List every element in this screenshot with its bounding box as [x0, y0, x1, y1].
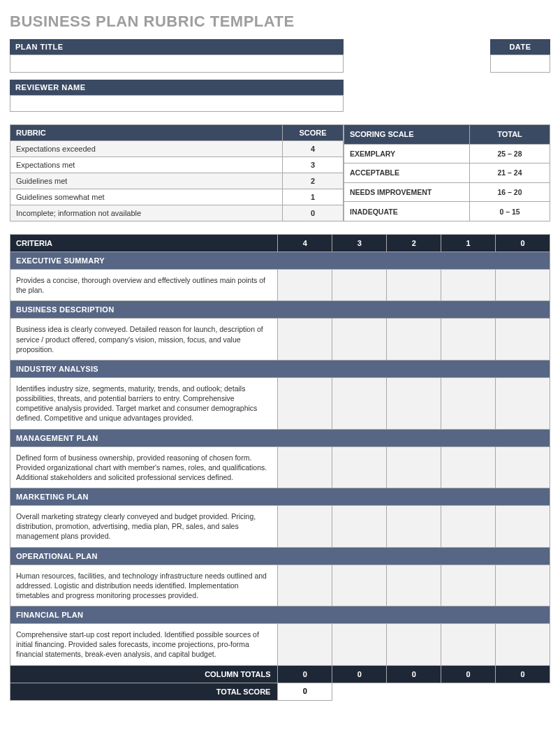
- table-row: Guidelines met2: [10, 173, 344, 189]
- table-row: INADEQUATE0 – 15: [344, 202, 550, 221]
- section-title: FINANCIAL PLAN: [10, 606, 550, 624]
- score-cell[interactable]: [441, 506, 496, 548]
- score-cell[interactable]: [387, 565, 441, 606]
- table-row: Expectations met3: [10, 157, 344, 173]
- section-title: BUSINESS DESCRIPTION: [10, 301, 550, 319]
- score-cell[interactable]: [441, 319, 496, 361]
- score-cell[interactable]: [332, 377, 387, 429]
- table-row: EXEMPLARY25 – 28: [344, 144, 550, 163]
- reviewer-input[interactable]: [10, 95, 344, 112]
- score-cell[interactable]: [278, 319, 332, 361]
- score-cell[interactable]: [496, 319, 550, 361]
- score-cell[interactable]: [332, 319, 387, 361]
- criteria-desc: Provides a concise, thorough overview an…: [10, 270, 278, 301]
- table-row: Expectations exceeded4: [10, 141, 344, 157]
- score-cell[interactable]: [441, 565, 496, 606]
- score-header: SCORE: [283, 125, 344, 141]
- plan-title-input[interactable]: [10, 54, 344, 73]
- score-cell[interactable]: [441, 446, 496, 488]
- score-cell[interactable]: [496, 565, 550, 606]
- score-cell[interactable]: [332, 565, 387, 606]
- score-cell[interactable]: [278, 377, 332, 429]
- score-cell[interactable]: [496, 624, 550, 666]
- scale-header: SCORING SCALE: [344, 125, 470, 145]
- score-cell[interactable]: [387, 270, 441, 301]
- score-cell[interactable]: [441, 270, 496, 301]
- score-cell[interactable]: [332, 270, 387, 301]
- score-cell[interactable]: [278, 446, 332, 488]
- table-row: ACCEPTABLE21 – 24: [344, 163, 550, 183]
- score-cell[interactable]: [441, 377, 496, 429]
- score-cell[interactable]: [441, 624, 496, 666]
- table-row: Guidelines somewhat met1: [10, 189, 344, 205]
- table-row: NEEDS IMPROVEMENT16 – 20: [344, 182, 550, 202]
- total-header: TOTAL: [470, 125, 550, 145]
- score-cell[interactable]: [278, 506, 332, 548]
- criteria-desc: Defined form of business ownership, prov…: [10, 446, 278, 488]
- column-totals-label: COLUMN TOTALS: [10, 665, 278, 683]
- criteria-desc: Business idea is clearly conveyed. Detai…: [10, 319, 278, 361]
- score-cell[interactable]: [496, 377, 550, 429]
- plan-title-label: PLAN TITLE: [10, 39, 344, 54]
- scoring-scale-table: SCORING SCALE TOTAL EXEMPLARY25 – 28 ACC…: [344, 124, 550, 221]
- section-title: MANAGEMENT PLAN: [10, 429, 550, 446]
- section-title: MARKETING PLAN: [10, 488, 550, 506]
- score-cell[interactable]: [496, 446, 550, 488]
- column-total: 0: [332, 665, 387, 683]
- score-cell[interactable]: [278, 270, 332, 301]
- score-cell[interactable]: [387, 319, 441, 361]
- total-score-value: 0: [278, 683, 332, 700]
- date-label: DATE: [490, 39, 550, 54]
- score-cell[interactable]: [496, 506, 550, 548]
- criteria-desc: Overall marketing strategy clearly conve…: [10, 506, 278, 548]
- rubric-header: RUBRIC: [10, 125, 283, 141]
- score-cell[interactable]: [387, 506, 441, 548]
- date-input[interactable]: [490, 54, 550, 73]
- section-title: EXECUTIVE SUMMARY: [10, 252, 550, 270]
- score-cell[interactable]: [387, 446, 441, 488]
- column-total: 0: [278, 665, 332, 683]
- score-cell[interactable]: [332, 624, 387, 666]
- score-cell[interactable]: [278, 624, 332, 666]
- column-total: 0: [387, 665, 441, 683]
- page-title: BUSINESS PLAN RUBRIC TEMPLATE: [10, 13, 550, 31]
- reviewer-label: REVIEWER NAME: [10, 80, 344, 95]
- criteria-desc: Comprehensive start-up cost report inclu…: [10, 624, 278, 666]
- rubric-table: RUBRIC SCORE Expectations exceeded4 Expe…: [10, 124, 344, 221]
- criteria-desc: Human resources, facilities, and technol…: [10, 565, 278, 606]
- criteria-header: CRITERIA: [10, 235, 278, 252]
- score-cell[interactable]: [332, 446, 387, 488]
- column-total: 0: [496, 665, 550, 683]
- score-cell[interactable]: [496, 270, 550, 301]
- score-cell[interactable]: [387, 377, 441, 429]
- section-title: OPERATIONAL PLAN: [10, 547, 550, 565]
- section-title: INDUSTRY ANALYSIS: [10, 360, 550, 377]
- score-cell[interactable]: [387, 624, 441, 666]
- column-total: 0: [441, 665, 496, 683]
- table-row: Incomplete; information not available0: [10, 205, 344, 221]
- criteria-desc: Identifies industry size, segments, matu…: [10, 377, 278, 429]
- score-cell[interactable]: [332, 506, 387, 548]
- criteria-table: CRITERIA 4 3 2 1 0 EXECUTIVE SUMMARY Pro…: [10, 234, 550, 701]
- score-cell[interactable]: [278, 565, 332, 606]
- total-score-label: TOTAL SCORE: [10, 683, 278, 700]
